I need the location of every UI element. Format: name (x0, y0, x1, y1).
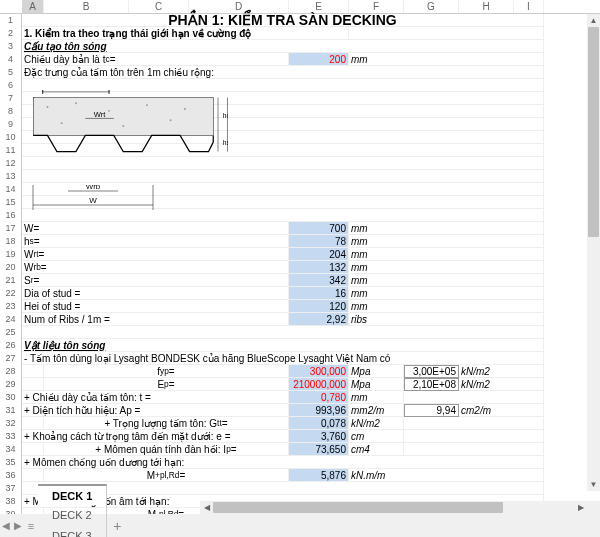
row-header[interactable]: 18 (0, 235, 22, 248)
row-header[interactable]: 37 (0, 482, 22, 495)
value-cell[interactable]: 210000,000 (289, 378, 349, 391)
row-header[interactable]: 7 (0, 92, 22, 105)
row-header[interactable]: 27 (0, 352, 22, 365)
row-header[interactable]: 16 (0, 209, 22, 222)
label: fyp = (44, 365, 289, 378)
unit: mm (349, 261, 544, 274)
page-title: PHẦN 1: KIỂM TRA SÀN DECKING (22, 14, 544, 27)
row-header[interactable]: 3 (0, 40, 22, 53)
unit: Mpa (349, 365, 404, 378)
row-header[interactable]: 6 (0, 79, 22, 92)
value-cell[interactable]: 204 (289, 248, 349, 261)
row-header[interactable]: 10 (0, 131, 22, 144)
row-header[interactable]: 30 (0, 391, 22, 404)
row-header[interactable]: 4 (0, 53, 22, 66)
value-cell[interactable]: 73,650 (289, 443, 349, 456)
svg-text:Sr: Sr (67, 90, 75, 92)
unit: ribs (349, 313, 544, 326)
tab-nav-next[interactable]: ▶ (12, 514, 24, 537)
row-header[interactable]: 38 (0, 495, 22, 508)
value-cell[interactable]: 2,92 (289, 313, 349, 326)
row-header[interactable]: 19 (0, 248, 22, 261)
unit: cm2/m (459, 404, 544, 417)
value-cell[interactable]: 200 (289, 53, 349, 66)
row-header[interactable]: 13 (0, 170, 22, 183)
sheet-tab[interactable]: DECK 2 (38, 505, 107, 526)
row-header[interactable]: 36 (0, 469, 22, 482)
row-header[interactable]: 2 (0, 27, 22, 40)
row-header[interactable]: 8 (0, 105, 22, 118)
row-header[interactable]: 21 (0, 274, 22, 287)
row-header[interactable]: 31 (0, 404, 22, 417)
scroll-thumb[interactable] (213, 502, 503, 513)
row-header[interactable]: 1 (0, 14, 22, 27)
unit: kN/m2 (459, 365, 544, 378)
sheet-tab[interactable]: DECK 3 (38, 526, 107, 538)
row-header[interactable]: 24 (0, 313, 22, 326)
svg-point-5 (184, 108, 186, 110)
row-header[interactable]: 26 (0, 339, 22, 352)
row-header[interactable]: 34 (0, 443, 22, 456)
label: Chiều dày bản là tc = (22, 53, 289, 66)
row-header[interactable]: 25 (0, 326, 22, 339)
value-cell[interactable]: 993,96 (289, 404, 349, 417)
unit: mm (349, 391, 404, 404)
row-header[interactable]: 22 (0, 287, 22, 300)
row-header[interactable]: 29 (0, 378, 22, 391)
subsection-heading: Cấu tạo tôn sóng (22, 40, 544, 53)
row-header[interactable]: 17 (0, 222, 22, 235)
svg-text:hc: hc (223, 112, 228, 119)
label: + Mômen quán tính đàn hồi: Ip = (44, 443, 289, 456)
horizontal-scrollbar[interactable]: ◀ ▶ (200, 501, 587, 514)
row-header[interactable]: 9 (0, 118, 22, 131)
scroll-down-button[interactable]: ▼ (587, 478, 600, 491)
row-header[interactable]: 11 (0, 144, 22, 157)
value-cell[interactable]: 78 (289, 235, 349, 248)
col-header-G[interactable]: G (404, 0, 459, 13)
value-cell[interactable]: 300,000 (289, 365, 349, 378)
value-cell[interactable]: 700 (289, 222, 349, 235)
row-header[interactable]: 15 (0, 196, 22, 209)
value-cell[interactable]: 342 (289, 274, 349, 287)
row-header[interactable]: 20 (0, 261, 22, 274)
unit: Mpa (349, 378, 404, 391)
value-cell[interactable]: 3,00E+05 (404, 365, 459, 378)
row-header[interactable]: 12 (0, 157, 22, 170)
label: + Khoảng cách từ trọng tâm đến mặt dưới:… (22, 430, 289, 443)
value-cell[interactable]: 2,10E+08 (404, 378, 459, 391)
row-header[interactable]: 33 (0, 430, 22, 443)
scroll-right-button[interactable]: ▶ (574, 501, 587, 514)
row-header[interactable]: 35 (0, 456, 22, 469)
col-header-A[interactable]: A (22, 0, 44, 13)
value-cell[interactable]: 120 (289, 300, 349, 313)
value-cell[interactable]: 9,94 (404, 404, 459, 417)
row-header[interactable]: 5 (0, 66, 22, 79)
spreadsheet-grid[interactable]: A B C D E F G H I 1 PHẦN 1: KIỂM TRA SÀN… (0, 0, 600, 514)
row-header[interactable]: 28 (0, 365, 22, 378)
svg-point-8 (170, 119, 172, 121)
row-header[interactable]: 23 (0, 300, 22, 313)
value-cell[interactable]: 0,780 (289, 391, 349, 404)
row-header[interactable]: 32 (0, 417, 22, 430)
add-sheet-button[interactable]: + (107, 518, 127, 534)
deck-profile-diagram: Sr Wrt hc hs ts (28, 90, 228, 180)
value-cell[interactable]: 0,078 (289, 417, 349, 430)
row-header[interactable]: 14 (0, 183, 22, 196)
label: + Mômen chống uốn dương tới hạn: (22, 456, 544, 469)
scroll-left-button[interactable]: ◀ (200, 501, 213, 514)
col-header-H[interactable]: H (459, 0, 514, 13)
unit: mm (349, 287, 544, 300)
value-cell[interactable]: 5,876 (289, 469, 349, 482)
sheet-tab[interactable]: DECK 1 (38, 484, 107, 505)
scroll-thumb[interactable] (588, 27, 599, 237)
value-cell[interactable]: 3,760 (289, 430, 349, 443)
tab-nav-prev[interactable]: ◀ (0, 514, 12, 537)
col-header-I[interactable]: I (514, 0, 544, 13)
value-cell[interactable]: 16 (289, 287, 349, 300)
vertical-scrollbar[interactable]: ▲ ▼ (587, 14, 600, 491)
tab-menu-icon[interactable]: ≡ (24, 514, 38, 537)
scroll-up-button[interactable]: ▲ (587, 14, 600, 27)
unit: kN/m2 (459, 378, 544, 391)
col-header-B[interactable]: B (44, 0, 129, 13)
value-cell[interactable]: 132 (289, 261, 349, 274)
